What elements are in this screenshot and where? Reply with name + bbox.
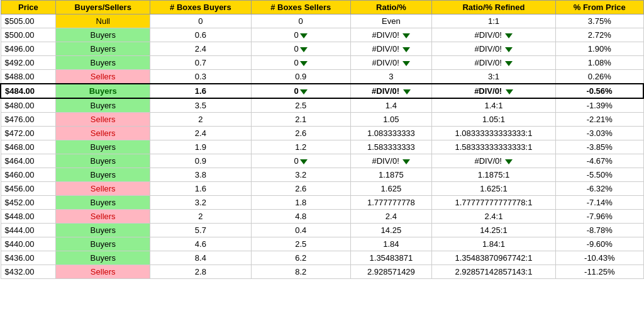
cell-boxes-buyers: 0 — [150, 14, 251, 28]
cell-from-price: -5.50% — [556, 168, 643, 182]
cell-from-price: -4.67% — [556, 154, 643, 168]
cell-ratio-refined: 2.92857142857143:1 — [431, 265, 555, 279]
cell-boxes-sellers: 0 — [251, 28, 350, 42]
cell-boxes-sellers: 2.1 — [251, 113, 350, 127]
cell-boxes-sellers: 4.8 — [251, 210, 350, 224]
table-row: $452.00Buyers3.21.81.7777777781.77777777… — [1, 196, 643, 210]
cell-from-price: 2.72% — [556, 28, 643, 42]
cell-ratio: #DIV/0! — [350, 154, 431, 168]
cell-from-price: -8.78% — [556, 224, 643, 237]
table-row: $444.00Buyers5.70.414.2514.25:1-8.78% — [1, 224, 643, 237]
flag-icon — [300, 47, 308, 52]
header-boxes_sellers: # Boxes Sellers — [251, 1, 350, 14]
cell-boxes-buyers: 2.4 — [150, 127, 251, 140]
cell-ratio-refined: #DIV/0! — [431, 42, 555, 56]
table-row: $484.00Buyers1.60#DIV/0! #DIV/0! -0.56% — [1, 84, 643, 98]
cell-price: $496.00 — [1, 42, 56, 56]
table-row: $500.00Buyers0.60#DIV/0! #DIV/0! 2.72% — [1, 28, 643, 42]
table-row: $468.00Buyers1.91.21.5833333331.58333333… — [1, 140, 643, 154]
cell-ratio: 14.25 — [350, 224, 431, 237]
cell-ratio-refined: #DIV/0! — [431, 28, 555, 42]
cell-from-price: 3.75% — [556, 14, 643, 28]
table-row: $464.00Buyers0.90#DIV/0! #DIV/0! -4.67% — [1, 154, 643, 168]
cell-buyers-sellers: Sellers — [56, 70, 150, 84]
cell-price: $500.00 — [1, 28, 56, 42]
table-row: $505.00Null00Even1:13.75% — [1, 14, 643, 28]
cell-buyers-sellers: Sellers — [56, 113, 150, 127]
cell-boxes-sellers: 0.4 — [251, 224, 350, 237]
flag-icon — [505, 33, 513, 38]
table-row: $472.00Sellers2.42.61.0833333331.0833333… — [1, 127, 643, 140]
cell-buyers-sellers: Buyers — [56, 28, 150, 42]
cell-ratio: 1.1875 — [350, 168, 431, 182]
cell-boxes-sellers: 2.6 — [251, 182, 350, 196]
cell-boxes-sellers: 0 — [251, 14, 350, 28]
cell-price: $505.00 — [1, 14, 56, 28]
cell-from-price: 1.08% — [556, 56, 643, 70]
cell-boxes-sellers: 6.2 — [251, 251, 350, 265]
cell-boxes-sellers: 2.5 — [251, 237, 350, 251]
cell-boxes-buyers: 0.3 — [150, 70, 251, 84]
cell-from-price: -10.43% — [556, 251, 643, 265]
header-from_price: % From Price — [556, 1, 643, 14]
cell-buyers-sellers: Buyers — [56, 196, 150, 210]
cell-buyers-sellers: Buyers — [56, 237, 150, 251]
cell-price: $484.00 — [1, 84, 56, 98]
cell-buyers-sellers: Sellers — [56, 127, 150, 140]
header-boxes_buyers: # Boxes Buyers — [150, 1, 251, 14]
cell-boxes-sellers: 0 — [251, 84, 350, 98]
cell-ratio-refined: #DIV/0! — [431, 56, 555, 70]
header-price: Price — [1, 1, 56, 14]
cell-from-price: -7.96% — [556, 210, 643, 224]
cell-boxes-buyers: 5.7 — [150, 224, 251, 237]
cell-ratio-refined: 3:1 — [431, 70, 555, 84]
cell-boxes-buyers: 0.6 — [150, 28, 251, 42]
cell-from-price: -11.25% — [556, 265, 643, 279]
cell-ratio: #DIV/0! — [350, 42, 431, 56]
cell-ratio: 1.777777778 — [350, 196, 431, 210]
cell-boxes-sellers: 1.8 — [251, 196, 350, 210]
cell-ratio-refined: 1.08333333333333:1 — [431, 127, 555, 140]
cell-boxes-sellers: 0 — [251, 154, 350, 168]
flag-icon — [505, 61, 513, 66]
flag-icon — [403, 89, 411, 94]
cell-price: $472.00 — [1, 127, 56, 140]
cell-boxes-buyers: 1.9 — [150, 140, 251, 154]
cell-ratio-refined: 1.84:1 — [431, 237, 555, 251]
cell-ratio: 1.84 — [350, 237, 431, 251]
cell-price: $464.00 — [1, 154, 56, 168]
cell-boxes-buyers: 3.5 — [150, 98, 251, 113]
flag-icon — [300, 33, 308, 38]
table-row: $496.00Buyers2.40#DIV/0! #DIV/0! 1.90% — [1, 42, 643, 56]
cell-from-price: -1.39% — [556, 98, 643, 113]
cell-ratio: 1.083333333 — [350, 127, 431, 140]
cell-boxes-buyers: 2 — [150, 113, 251, 127]
table-row: $492.00Buyers0.70#DIV/0! #DIV/0! 1.08% — [1, 56, 643, 70]
flag-icon — [402, 33, 410, 38]
cell-boxes-buyers: 8.4 — [150, 251, 251, 265]
cell-price: $456.00 — [1, 182, 56, 196]
cell-boxes-sellers: 0 — [251, 56, 350, 70]
table-row: $456.00Sellers1.62.61.6251.625:1-6.32% — [1, 182, 643, 196]
table-row: $448.00Sellers24.82.42.4:1-7.96% — [1, 210, 643, 224]
cell-from-price: 1.90% — [556, 42, 643, 56]
flag-icon — [402, 159, 410, 164]
cell-ratio: 1.4 — [350, 98, 431, 113]
cell-ratio-refined: 1:1 — [431, 14, 555, 28]
cell-from-price: -3.85% — [556, 140, 643, 154]
table-row: $488.00Sellers0.30.933:10.26% — [1, 70, 643, 84]
cell-buyers-sellers: Buyers — [56, 224, 150, 237]
cell-ratio-refined: 1.625:1 — [431, 182, 555, 196]
header-buyers_sellers: Buyers/Sellers — [56, 1, 150, 14]
cell-ratio: 2.928571429 — [350, 265, 431, 279]
cell-from-price: -3.03% — [556, 127, 643, 140]
flag-icon — [300, 159, 308, 164]
cell-boxes-buyers: 1.6 — [150, 182, 251, 196]
cell-price: $492.00 — [1, 56, 56, 70]
cell-ratio-refined: #DIV/0! — [431, 84, 555, 98]
cell-ratio-refined: 1.1875:1 — [431, 168, 555, 182]
cell-from-price: -0.56% — [556, 84, 643, 98]
cell-boxes-buyers: 2.4 — [150, 42, 251, 56]
cell-boxes-sellers: 0 — [251, 42, 350, 56]
cell-ratio-refined: 1.35483870967742:1 — [431, 251, 555, 265]
